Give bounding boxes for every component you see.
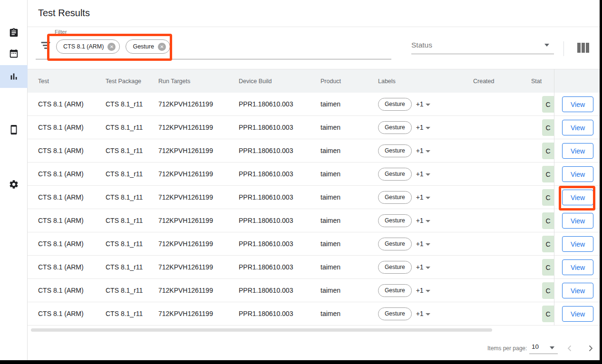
column-header-status: Stat	[531, 69, 542, 93]
labels-more-dropdown[interactable]: +1	[416, 124, 430, 131]
cell-product: taimen	[320, 302, 340, 325]
title-bar: Test Results	[28, 0, 600, 27]
table-row: CTS 8.1 (ARM) CTS 8.1_r11 712KPVH1261199…	[28, 302, 600, 326]
view-button[interactable]: View	[562, 283, 593, 298]
labels-more-dropdown[interactable]: +1	[416, 100, 430, 108]
cell-device-build: PPR1.180610.003	[239, 256, 293, 278]
view-button[interactable]: View	[562, 166, 593, 182]
cell-labels: Gesture +1	[378, 209, 430, 232]
cell-labels: Gesture +1	[378, 139, 430, 162]
label-chip: Gesture	[378, 307, 412, 320]
view-button[interactable]: View	[562, 236, 593, 252]
labels-more-count: +1	[416, 240, 424, 248]
filter-input-underline[interactable]	[36, 59, 391, 59]
sidebar	[0, 0, 28, 360]
filter-field-label: Filter	[55, 29, 67, 35]
cell-test: CTS 8.1 (ARM)	[38, 279, 84, 302]
table-body: CTS 8.1 (ARM) CTS 8.1_r11 712KPVH1261199…	[28, 93, 600, 326]
view-button[interactable]: View	[562, 259, 593, 275]
horizontal-scrollbar-thumb[interactable]	[31, 328, 492, 332]
chip-remove-icon[interactable]: ✕	[107, 43, 116, 51]
labels-more-dropdown[interactable]: +1	[416, 193, 430, 201]
view-button[interactable]: View	[562, 96, 593, 112]
calendar-icon	[9, 49, 19, 60]
labels-more-dropdown[interactable]: +1	[416, 287, 430, 294]
label-chip: Gesture	[378, 121, 412, 134]
dropdown-arrow-icon	[426, 267, 430, 269]
cell-labels: Gesture +1	[378, 93, 430, 115]
dropdown-arrow-icon	[426, 150, 430, 153]
labels-more-dropdown[interactable]: +1	[416, 240, 430, 248]
cell-run-targets: 712KPVH1261199	[158, 279, 213, 302]
labels-more-dropdown[interactable]: +1	[416, 217, 430, 224]
labels-more-count: +1	[416, 310, 424, 317]
items-per-page-value[interactable]: 10	[532, 343, 539, 350]
view-button[interactable]: View	[562, 120, 593, 135]
labels-more-count: +1	[416, 170, 424, 178]
status-badge: C	[542, 236, 554, 252]
label-chip: Gesture	[378, 214, 412, 227]
cell-test-package: CTS 8.1_r11	[106, 116, 143, 139]
previous-page-button[interactable]	[566, 345, 573, 352]
filter-chip-gesture[interactable]: Gesture ✕	[126, 39, 170, 54]
labels-more-dropdown[interactable]: +1	[416, 147, 430, 154]
cell-labels: Gesture +1	[378, 256, 430, 278]
cell-product: taimen	[320, 209, 340, 232]
labels-more-count: +1	[416, 124, 424, 131]
view-button[interactable]: View	[562, 143, 593, 159]
labels-more-count: +1	[416, 217, 424, 224]
sidebar-item-test-results[interactable]	[0, 65, 28, 88]
cell-run-targets: 712KPVH1261199	[158, 93, 213, 115]
cell-run-targets: 712KPVH1261199	[158, 256, 213, 278]
column-header-product: Product	[320, 69, 341, 93]
dropdown-arrow-icon	[426, 220, 430, 222]
cell-test-package: CTS 8.1_r11	[106, 232, 143, 255]
sidebar-item-test-plans[interactable]	[0, 21, 28, 44]
labels-more-dropdown[interactable]: +1	[416, 263, 430, 271]
cell-test: CTS 8.1 (ARM)	[38, 139, 84, 162]
items-per-page-label: Items per page:	[487, 345, 527, 352]
label-chip: Gesture	[378, 261, 412, 274]
view-columns-button[interactable]	[577, 43, 590, 53]
sidebar-item-devices[interactable]	[0, 118, 28, 141]
sidebar-item-schedule[interactable]	[0, 43, 28, 66]
cell-test-package: CTS 8.1_r11	[106, 93, 143, 115]
column-header-test-package: Test Package	[106, 69, 141, 93]
cell-device-build: PPR1.180610.003	[239, 116, 293, 139]
table-row: CTS 8.1 (ARM) CTS 8.1_r11 712KPVH1261199…	[28, 256, 600, 279]
labels-more-count: +1	[416, 100, 424, 108]
status-badge: C	[542, 119, 554, 136]
status-dropdown[interactable]: Status	[411, 38, 554, 54]
sidebar-item-settings[interactable]	[0, 173, 28, 196]
cell-test: CTS 8.1 (ARM)	[38, 209, 84, 232]
page-title: Test Results	[38, 8, 90, 19]
labels-more-dropdown[interactable]: +1	[416, 310, 430, 317]
cell-product: taimen	[320, 116, 340, 139]
view-button[interactable]: View	[562, 190, 593, 205]
status-badge: C	[542, 166, 554, 182]
cell-test-package: CTS 8.1_r11	[106, 186, 143, 209]
action-column-divider	[554, 69, 554, 326]
dropdown-arrow-icon[interactable]	[550, 346, 554, 349]
status-underline	[411, 54, 554, 54]
status-badge: C	[542, 259, 554, 276]
cell-run-targets: 712KPVH1261199	[158, 139, 213, 162]
bar-chart-icon	[9, 71, 19, 82]
cell-device-build: PPR1.180610.003	[239, 302, 293, 325]
smartphone-icon	[9, 125, 19, 135]
assignment-icon	[9, 28, 19, 38]
next-page-button[interactable]	[587, 345, 594, 352]
chip-remove-icon[interactable]: ✕	[158, 43, 166, 51]
labels-more-dropdown[interactable]: +1	[416, 170, 430, 178]
cell-device-build: PPR1.180610.003	[239, 209, 293, 232]
cell-test-package: CTS 8.1_r11	[106, 256, 143, 278]
paginator: Items per page: 10	[28, 332, 600, 360]
filter-chip-cts[interactable]: CTS 8.1 (ARM) ✕	[56, 39, 120, 54]
view-button[interactable]: View	[562, 213, 593, 229]
cell-device-build: PPR1.180610.003	[239, 93, 293, 115]
view-button[interactable]: View	[562, 306, 593, 322]
dropdown-arrow-icon	[426, 173, 430, 176]
table-row: CTS 8.1 (ARM) CTS 8.1_r11 712KPVH1261199…	[28, 163, 600, 186]
app-window: Test Results Filter CTS 8.1 (ARM) ✕ Gest…	[0, 0, 602, 364]
status-badge: C	[542, 189, 554, 206]
